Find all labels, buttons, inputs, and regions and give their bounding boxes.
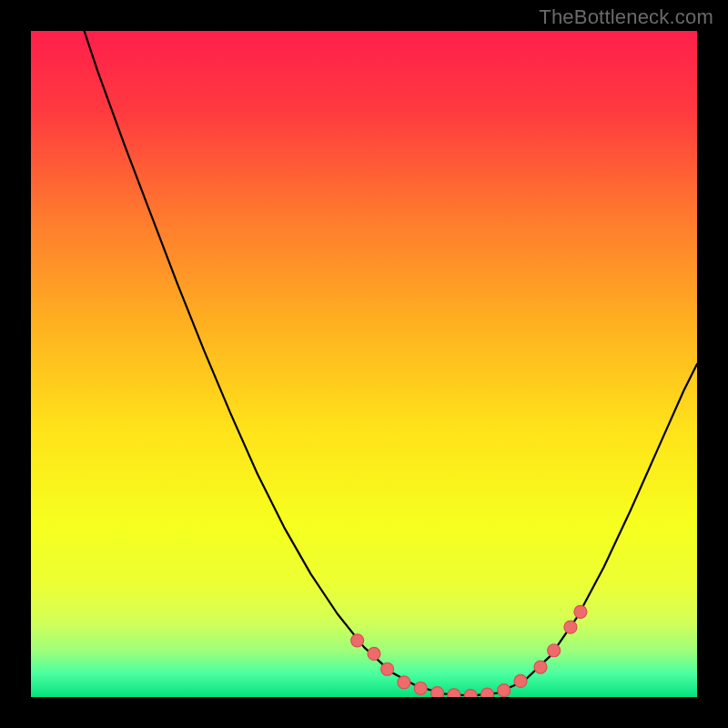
- chart-background: [31, 31, 697, 697]
- data-point-marker: [351, 634, 364, 647]
- data-point-marker: [548, 644, 561, 657]
- data-point-marker: [564, 621, 577, 633]
- data-point-marker: [431, 687, 444, 697]
- chart-canvas: [31, 31, 697, 697]
- data-point-marker: [414, 682, 427, 694]
- attribution-text: TheBottleneck.com: [539, 5, 713, 29]
- data-point-marker: [480, 688, 493, 697]
- data-point-marker: [498, 684, 511, 697]
- data-point-marker: [368, 647, 380, 660]
- data-point-marker: [574, 605, 587, 618]
- data-point-marker: [381, 662, 394, 675]
- data-point-marker: [514, 674, 527, 687]
- data-point-marker: [534, 661, 547, 673]
- chart-svg: [31, 31, 697, 697]
- data-point-marker: [464, 690, 477, 697]
- data-point-marker: [398, 676, 410, 689]
- data-point-marker: [448, 689, 460, 697]
